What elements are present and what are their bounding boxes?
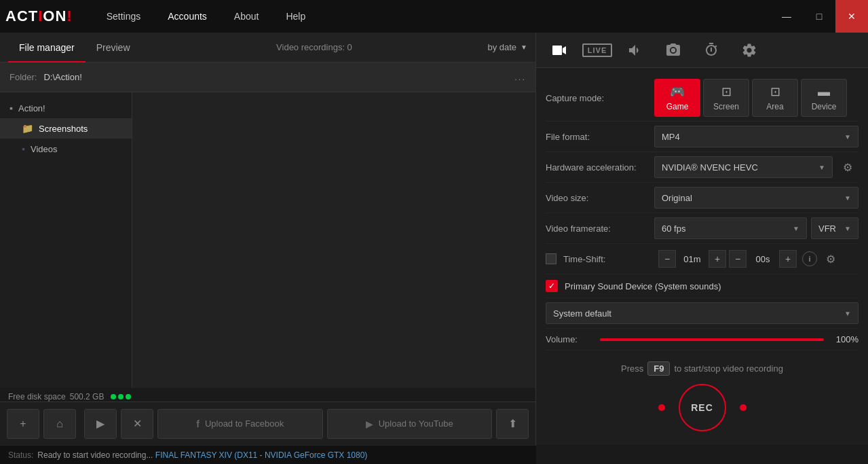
app-logo: ACTION! bbox=[5, 7, 73, 25]
sort-label: by date bbox=[487, 42, 516, 52]
screen-label: Screen bbox=[713, 102, 739, 111]
folder-path: D:\Action! bbox=[43, 72, 508, 82]
video-size-label: Video size: bbox=[546, 193, 654, 203]
rec-button[interactable]: REC bbox=[679, 384, 726, 431]
maximize-button[interactable]: □ bbox=[803, 0, 835, 33]
volume-percent: 100% bbox=[836, 334, 858, 344]
stop-button[interactable]: ✕ bbox=[121, 409, 153, 439]
capture-game-button[interactable]: 🎮 Game bbox=[654, 79, 700, 117]
capture-device-button[interactable]: ▬ Device bbox=[801, 79, 847, 117]
dot-3 bbox=[126, 394, 131, 399]
timeshift-min-increase[interactable]: + bbox=[709, 250, 726, 268]
press-label: Press bbox=[621, 363, 643, 374]
device-icon: ▬ bbox=[818, 85, 830, 99]
volume-label: Volume: bbox=[546, 334, 593, 344]
file-format-arrow-icon: ▼ bbox=[844, 133, 851, 141]
record-section: Press F9 to start/stop video recording R… bbox=[546, 351, 858, 442]
content-area: ▪ Action! 📁 Screenshots ▪ Videos bbox=[0, 92, 535, 388]
device-label: Device bbox=[812, 102, 837, 111]
game-icon: 🎮 bbox=[670, 84, 685, 99]
capture-area-button[interactable]: ⊡ Area bbox=[752, 79, 798, 117]
close-button[interactable]: ✕ bbox=[835, 0, 868, 33]
rt-settings-button[interactable] bbox=[732, 35, 767, 65]
folder-bar: Folder: D:\Action! ... bbox=[0, 63, 535, 92]
vfr-select[interactable]: VFR ▼ bbox=[811, 217, 858, 239]
action-label: to start/stop video recording bbox=[674, 363, 782, 374]
hardware-value: NVIDIA® NVENC HEVC bbox=[662, 162, 758, 173]
disk-info-area: Free disk space 500.2 GB bbox=[0, 388, 535, 401]
screen-icon: ⊡ bbox=[721, 84, 732, 99]
status-label: Status: bbox=[8, 450, 33, 460]
folder-options-button[interactable]: ... bbox=[514, 72, 526, 82]
sound-device-control: System default ▼ bbox=[546, 302, 858, 324]
live-badge: LIVE bbox=[582, 43, 612, 57]
press-hint: Press F9 to start/stop video recording bbox=[621, 361, 783, 376]
volume-slider[interactable] bbox=[600, 338, 824, 341]
framerate-label: Video framerate: bbox=[546, 224, 654, 234]
sound-device-select[interactable]: System default ▼ bbox=[546, 302, 858, 324]
video-recordings-count: Video recordings: 0 bbox=[141, 42, 488, 52]
status-bar: Status: Ready to start video recording..… bbox=[0, 445, 536, 464]
sound-device-row: ✓ Primary Sound Device (System sounds) bbox=[546, 274, 858, 298]
rt-timer-button[interactable] bbox=[694, 35, 729, 65]
hardware-settings-button[interactable]: ⚙ bbox=[837, 156, 858, 178]
tree-icon-action: ▪ bbox=[10, 103, 13, 113]
tree-icon-videos: ▪ bbox=[22, 143, 25, 154]
window-controls: — □ ✕ bbox=[770, 0, 868, 33]
nav-help[interactable]: Help bbox=[272, 0, 319, 33]
tree-item-action[interactable]: ▪ Action! bbox=[0, 98, 132, 118]
tab-file-manager[interactable]: File manager bbox=[8, 33, 86, 63]
hardware-select[interactable]: NVIDIA® NVENC HEVC ▼ bbox=[654, 156, 833, 178]
sidebar-tree: ▪ Action! 📁 Screenshots ▪ Videos bbox=[0, 92, 132, 388]
minimize-button[interactable]: — bbox=[770, 0, 803, 33]
timeshift-min-decrease[interactable]: − bbox=[658, 250, 676, 268]
nav-accounts[interactable]: Accounts bbox=[154, 0, 221, 33]
add-button[interactable]: + bbox=[7, 409, 39, 439]
tab-preview[interactable]: Preview bbox=[86, 33, 141, 63]
status-text: Ready to start video recording... bbox=[37, 450, 153, 460]
tree-item-videos[interactable]: ▪ Videos bbox=[0, 139, 132, 159]
hardware-label: Hardware acceleration: bbox=[546, 162, 654, 173]
tree-label-videos: Videos bbox=[31, 144, 58, 154]
upload-facebook-button[interactable]: f Upload to Facebook bbox=[157, 409, 323, 439]
dot-1 bbox=[111, 394, 116, 399]
capture-screen-button[interactable]: ⊡ Screen bbox=[703, 79, 749, 117]
timeshift-sec-decrease[interactable]: − bbox=[729, 250, 747, 268]
play-button[interactable]: ▶ bbox=[84, 409, 117, 439]
timeshift-min-value: 01m bbox=[679, 254, 706, 264]
timeshift-toggle[interactable] bbox=[546, 253, 556, 264]
timeshift-settings-button[interactable]: ⚙ bbox=[820, 248, 842, 270]
rt-video-button[interactable] bbox=[542, 35, 577, 65]
timeshift-info-button[interactable]: i bbox=[802, 251, 817, 266]
video-size-arrow-icon: ▼ bbox=[844, 194, 851, 202]
capture-modes: 🎮 Game ⊡ Screen ⊡ Area ▬ bbox=[654, 79, 847, 117]
nav-about[interactable]: About bbox=[221, 0, 273, 33]
timeshift-row: Time-Shift: − 01m + − 00s + i ⚙ bbox=[546, 244, 858, 274]
sound-device-arrow-icon: ▼ bbox=[844, 310, 851, 317]
rt-audio-button[interactable] bbox=[618, 35, 653, 65]
upload-youtube-label: Upload to YouTube bbox=[379, 418, 453, 429]
hardware-row: Hardware acceleration: NVIDIA® NVENC HEV… bbox=[546, 152, 858, 183]
upload-youtube-button[interactable]: ▶ Upload to YouTube bbox=[327, 409, 493, 439]
nav-menu: Settings Accounts About Help bbox=[93, 0, 320, 33]
sort-control[interactable]: by date ▼ bbox=[487, 42, 527, 52]
tree-item-screenshots[interactable]: 📁 Screenshots bbox=[0, 118, 132, 139]
timeshift-sec-increase[interactable]: + bbox=[779, 250, 797, 268]
right-panel: LIVE bbox=[536, 33, 868, 445]
sort-arrow-icon: ▼ bbox=[521, 43, 527, 51]
file-area bbox=[132, 92, 535, 388]
share-button[interactable]: ⬆ bbox=[496, 409, 529, 439]
timeshift-label: Time-Shift: bbox=[563, 254, 658, 264]
rec-dot-right bbox=[740, 404, 747, 411]
framerate-select[interactable]: 60 fps ▼ bbox=[654, 217, 807, 239]
rt-live-button[interactable]: LIVE bbox=[580, 35, 615, 65]
video-size-select[interactable]: Original ▼ bbox=[654, 187, 858, 209]
sound-checkbox[interactable]: ✓ bbox=[546, 280, 558, 292]
nav-settings[interactable]: Settings bbox=[93, 0, 155, 33]
file-format-select[interactable]: MP4 ▼ bbox=[654, 126, 858, 147]
rec-label: REC bbox=[691, 402, 713, 413]
disk-value: 500.2 GB bbox=[70, 392, 105, 401]
rt-camera-button[interactable] bbox=[656, 35, 691, 65]
folder-button[interactable]: ⌂ bbox=[43, 409, 76, 439]
disk-label: Free disk space bbox=[8, 392, 66, 401]
